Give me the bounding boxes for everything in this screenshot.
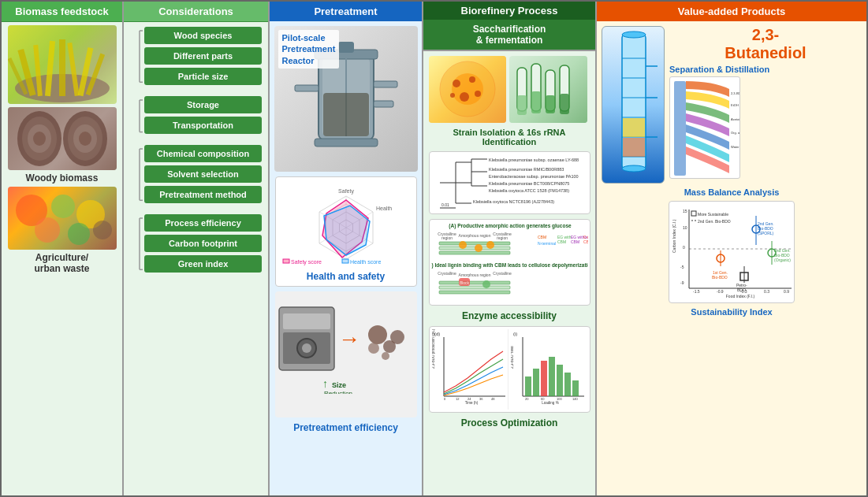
- svg-text:Health score: Health score: [350, 259, 381, 265]
- enzyme-label: Enzyme accessibility: [462, 310, 557, 321]
- svg-rect-61: [342, 259, 348, 263]
- svg-point-120: [459, 241, 467, 249]
- consideration-process-efficiency: Process efficiency: [144, 214, 262, 232]
- svg-text:(i): (i): [513, 332, 517, 336]
- svg-rect-175: [623, 138, 645, 157]
- phylo-tree: Klebsiella pneumoniae subsp. ozaenae LY-…: [429, 151, 590, 214]
- svg-text:Crystalline: Crystalline: [493, 271, 512, 276]
- svg-rect-137: [439, 291, 510, 294]
- sankey-svg: 2,3-BDO EtOH Acetoin Org. acids Water: [670, 77, 740, 179]
- phylo-svg: Klebsiella pneumoniae subsp. ozaenae LY-…: [432, 154, 589, 211]
- svg-rect-45: [338, 42, 354, 53]
- svg-text:48: 48: [491, 397, 495, 401]
- svg-text:Water: Water: [731, 145, 739, 149]
- svg-text:(d): (d): [434, 332, 440, 336]
- svg-rect-93: [560, 94, 569, 114]
- svg-rect-44: [374, 101, 393, 107]
- svg-text:0.9: 0.9: [784, 289, 789, 294]
- consideration-chemical-composition: Chemical composition: [144, 145, 262, 162]
- culture-images: [429, 56, 590, 123]
- svg-text:Org. acids: Org. acids: [731, 131, 740, 135]
- svg-text:BDO: BDO: [737, 287, 746, 292]
- svg-text:region: region: [441, 236, 453, 240]
- svg-text:Crystalline: Crystalline: [438, 271, 456, 276]
- svg-text:Carbon Index (C.I.): Carbon Index (C.I.): [672, 219, 676, 253]
- svg-rect-159: [549, 357, 555, 396]
- svg-text:60: 60: [541, 397, 545, 401]
- svg-text:(SPORL): (SPORL): [758, 231, 774, 236]
- woody-block: Woody biomass: [7, 107, 117, 184]
- svg-rect-64: [283, 313, 330, 329]
- svg-point-81: [469, 76, 475, 83]
- svg-rect-174: [623, 118, 645, 137]
- svg-text:10: 10: [683, 225, 687, 230]
- svg-rect-41: [315, 139, 378, 147]
- size-reduction-svg: → ↑ Size Reduction: [275, 291, 417, 394]
- radar-svg: Safety Health Safety score Health score: [279, 180, 413, 271]
- svg-text:24: 24: [468, 397, 471, 401]
- distill-svg: [602, 27, 665, 184]
- biorefinery-header: Biorefinery Process: [423, 2, 595, 20]
- svg-text:Reduction: Reduction: [324, 390, 352, 394]
- svg-text:0.01: 0.01: [441, 202, 449, 207]
- svg-text:2nd Gen. Bio-BDO: 2nd Gen. Bio-BDO: [698, 219, 731, 224]
- svg-text:Safety: Safety: [338, 188, 354, 195]
- svg-text:Klebsiella pneumoniae BCT008/C: Klebsiella pneumoniae BCT008/CPN8075: [489, 181, 569, 186]
- consideration-wood-species: Wood species: [144, 27, 262, 44]
- chart-d-svg: (d) 2,3-BDO production (g/L) Time (h): [432, 329, 507, 408]
- straw-svg: [8, 25, 117, 104]
- svg-text:-9: -9: [680, 280, 684, 285]
- saccharification-content: Strain Isolation & 16s rRNA Identificati…: [423, 51, 595, 495]
- svg-rect-181: [674, 81, 686, 176]
- svg-point-140: [482, 280, 490, 288]
- svg-text:Block: Block: [459, 280, 469, 285]
- chart-i: (i) 2,3-BDO Yield Loading %: [511, 329, 587, 410]
- svg-rect-5: [59, 39, 65, 96]
- svg-rect-135: [439, 281, 510, 284]
- reactor-label: Pilot-scalePretreatmentReactor: [278, 30, 340, 69]
- consideration-different-parts: Different parts: [144, 47, 262, 65]
- svg-text:0: 0: [683, 245, 685, 250]
- svg-point-121: [475, 244, 482, 252]
- svg-text:Safety score: Safety score: [291, 259, 322, 265]
- svg-text:0.3: 0.3: [764, 289, 769, 294]
- svg-text:Klebsiella pneumoniae RMIC/B00: Klebsiella pneumoniae RMIC/B00R883: [489, 167, 564, 172]
- considerations-header: Considerations: [124, 2, 268, 22]
- pretreatment-efficiency-label: Pretreatment efficiency: [293, 422, 398, 433]
- radar-chart-container: Safety Health Safety score Health score …: [275, 176, 417, 287]
- value-header: Value-added Products: [597, 2, 866, 21]
- svg-text:15: 15: [683, 209, 687, 213]
- svg-text:(A) Productive amorphic action: (A) Productive amorphic action generates…: [449, 223, 572, 229]
- svg-rect-220: [691, 211, 696, 216]
- svg-text:140: 140: [572, 397, 578, 401]
- biomass-images: Woody biomass Agriculture/urban waste: [2, 22, 122, 495]
- svg-point-80: [453, 80, 460, 87]
- svg-rect-160: [557, 365, 563, 396]
- straw-block: [7, 25, 117, 104]
- svg-text:Time (h): Time (h): [464, 401, 478, 405]
- waste-svg: [8, 187, 117, 250]
- svg-text:Enterobacteraceae subsp. pneum: Enterobacteraceae subsp. pneumoniae PA10…: [489, 174, 579, 179]
- health-safety-label: Health and safety: [307, 271, 385, 282]
- size-reduction-container: → ↑ Size Reduction: [275, 291, 417, 417]
- woody-image: [8, 107, 117, 170]
- svg-point-71: [368, 343, 379, 354]
- saccharification-column: Biorefinery Process Saccharification& fe…: [423, 2, 597, 495]
- reactor-image: Pilot-scalePretreatmentReactor: [274, 26, 418, 172]
- svg-point-25: [93, 221, 112, 239]
- saccharification-header: Saccharification& fermentation: [423, 20, 595, 51]
- consideration-green-index: Green index: [144, 255, 262, 273]
- svg-rect-42: [295, 85, 319, 91]
- distillation-column-image: [602, 26, 665, 184]
- svg-text:Klebsiella oxytoca ATCC 1528 (: Klebsiella oxytoca ATCC 1528 (FM14738): [489, 188, 569, 193]
- svg-text:Klebsiella pneumoniae subsp. o: Klebsiella pneumoniae subsp. ozaenae LY-…: [489, 158, 579, 162]
- waste-block: Agriculture/urban waste: [7, 187, 117, 274]
- svg-text:36: 36: [479, 397, 483, 401]
- bracket-transport: [130, 96, 144, 134]
- svg-text:-1.5: -1.5: [693, 289, 700, 294]
- biomass-column: Biomass feedstock: [2, 2, 124, 495]
- svg-rect-91: [546, 95, 555, 113]
- value-column: Value-added Products: [597, 2, 866, 495]
- svg-point-73: [390, 330, 404, 344]
- pretreatment-column: Pretreatment Pilot-scalePretreatmentReac…: [270, 2, 423, 495]
